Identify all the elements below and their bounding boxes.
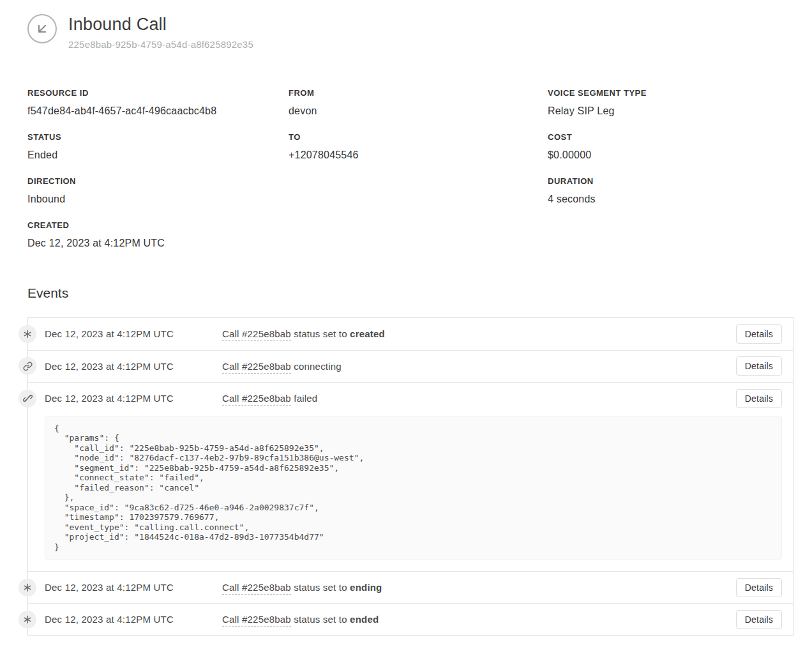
event-timestamp: Dec 12, 2023 at 4:12PM UTC: [45, 328, 222, 339]
call-reference-link[interactable]: Call #225e8bab: [222, 361, 291, 374]
events-timeline: Dec 12, 2023 at 4:12PM UTC Call #225e8ba…: [27, 317, 793, 636]
event-message: Call #225e8bab status set to ended: [222, 614, 736, 625]
call-details-grid: RESOURCE ID f547de84-ab4f-4657-ac4f-496c…: [27, 88, 793, 250]
field-to: TO +12078045546: [289, 132, 548, 162]
event-message-text: status set to: [291, 614, 350, 625]
field-label: STATUS: [27, 132, 289, 142]
field-value: 4 seconds: [548, 194, 793, 205]
field-value: devon: [289, 105, 548, 117]
details-button[interactable]: Details: [736, 610, 782, 629]
inbound-call-icon: [27, 14, 57, 43]
call-uuid: 225e8bab-925b-4759-a54d-a8f625892e35: [68, 39, 253, 50]
details-button[interactable]: Details: [736, 389, 782, 408]
field-label: TO: [289, 132, 548, 142]
call-reference-link[interactable]: Call #225e8bab: [222, 582, 291, 595]
call-reference-link[interactable]: Call #225e8bab: [222, 328, 291, 341]
event-row-ending: Dec 12, 2023 at 4:12PM UTC Call #225e8ba…: [28, 571, 793, 603]
field-label: COST: [548, 132, 793, 142]
event-message-text: failed: [291, 393, 317, 404]
field-value: Relay SIP Leg: [548, 105, 793, 117]
field-label: FROM: [289, 88, 548, 98]
event-row-connecting: Dec 12, 2023 at 4:12PM UTC Call #225e8ba…: [28, 350, 793, 382]
event-row-created: Dec 12, 2023 at 4:12PM UTC Call #225e8ba…: [28, 318, 793, 350]
link-icon: [19, 357, 36, 375]
call-detail-page: Inbound Call 225e8bab-925b-4759-a54d-a8f…: [0, 0, 812, 636]
field-label: DURATION: [548, 176, 793, 186]
event-payload-json: { "params": { "call_id": "225e8bab-925b-…: [45, 416, 782, 560]
field-value: $0.00000: [548, 149, 793, 161]
field-direction: DIRECTION Inbound: [27, 176, 289, 206]
event-message: Call #225e8bab failed: [222, 393, 736, 404]
field-value: f547de84-ab4f-4657-ac4f-496caacbc4b8: [27, 105, 289, 117]
field-label: RESOURCE ID: [27, 88, 289, 98]
event-message-text: connecting: [291, 361, 342, 372]
field-voice-segment-type: VOICE SEGMENT TYPE Relay SIP Leg: [548, 88, 793, 118]
spacer: [289, 176, 548, 206]
event-message: Call #225e8bab status set to ending: [222, 582, 736, 593]
event-timestamp: Dec 12, 2023 at 4:12PM UTC: [45, 614, 222, 625]
details-button[interactable]: Details: [736, 356, 782, 376]
field-value: Inbound: [27, 194, 289, 205]
field-duration: DURATION 4 seconds: [548, 176, 793, 206]
field-cost: COST $0.00000: [548, 132, 793, 162]
field-status: STATUS Ended: [27, 132, 289, 162]
field-label: VOICE SEGMENT TYPE: [548, 88, 793, 98]
asterisk-icon: [19, 579, 36, 597]
field-label: CREATED: [27, 220, 289, 230]
events-heading: Events: [27, 286, 793, 301]
event-row-ended: Dec 12, 2023 at 4:12PM UTC Call #225e8ba…: [28, 603, 793, 635]
field-label: DIRECTION: [27, 176, 289, 186]
event-message-text: status set to: [291, 328, 350, 339]
event-row-failed: Dec 12, 2023 at 4:12PM UTC Call #225e8ba…: [28, 383, 793, 415]
header-text: Inbound Call 225e8bab-925b-4759-a54d-a8f…: [68, 14, 253, 50]
field-value: Ended: [27, 149, 289, 161]
field-value: Dec 12, 2023 at 4:12PM UTC: [27, 238, 289, 249]
event-timestamp: Dec 12, 2023 at 4:12PM UTC: [45, 393, 222, 404]
event-status-word: created: [350, 328, 385, 339]
call-reference-link[interactable]: Call #225e8bab: [222, 393, 291, 406]
asterisk-icon: [19, 611, 36, 629]
asterisk-icon: [19, 325, 36, 343]
field-value: +12078045546: [289, 149, 548, 161]
event-message-text: status set to: [291, 582, 350, 593]
event-timestamp: Dec 12, 2023 at 4:12PM UTC: [45, 582, 222, 593]
details-button[interactable]: Details: [736, 324, 782, 344]
event-message: Call #225e8bab status set to created: [222, 328, 736, 339]
event-status-word: ending: [350, 582, 382, 593]
event-message: Call #225e8bab connecting: [222, 361, 736, 372]
field-created: CREATED Dec 12, 2023 at 4:12PM UTC: [27, 220, 289, 250]
link-broken-icon: [19, 390, 36, 408]
field-from: FROM devon: [289, 88, 548, 118]
details-button[interactable]: Details: [736, 578, 782, 597]
event-timestamp: Dec 12, 2023 at 4:12PM UTC: [45, 361, 222, 372]
event-group-failed: Dec 12, 2023 at 4:12PM UTC Call #225e8ba…: [28, 382, 793, 560]
call-reference-link[interactable]: Call #225e8bab: [222, 614, 291, 627]
page-title: Inbound Call: [68, 14, 253, 36]
field-resource-id: RESOURCE ID f547de84-ab4f-4657-ac4f-496c…: [27, 88, 289, 118]
page-header: Inbound Call 225e8bab-925b-4759-a54d-a8f…: [27, 14, 793, 50]
event-status-word: ended: [350, 614, 379, 625]
